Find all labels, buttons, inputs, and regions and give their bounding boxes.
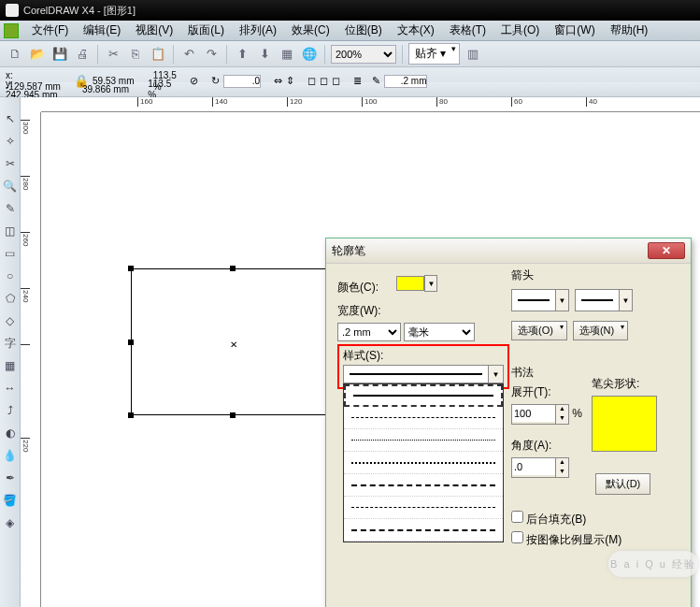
toolbox: ↖ ✧ ✂ 🔍 ✎ ◫ ▭ ○ ⬠ ◇ 字 ▦ ↔ ⤴ ◐ 💧 ✒ 🪣 ◈ [0, 97, 21, 607]
zoom-select[interactable]: 200% [331, 45, 396, 64]
print-icon[interactable]: 🖨 [73, 45, 92, 64]
ellipse-tool-icon[interactable]: ○ [3, 268, 18, 283]
menu-edit[interactable]: 编辑(E) [76, 22, 128, 38]
angle-label: 角度(A): [511, 438, 582, 454]
mirror-v-icon[interactable]: ⇕ [286, 75, 294, 87]
style-option-dash4[interactable] [344, 519, 503, 542]
default-button[interactable]: 默认(D) [595, 473, 650, 495]
arrow-option1-button[interactable]: 选项(O) [511, 321, 567, 340]
menu-arrange[interactable]: 排列(A) [232, 22, 284, 38]
stretch-label: 展开(T): [511, 384, 582, 400]
menu-layout[interactable]: 版面(L) [180, 22, 232, 38]
style-option-dot1[interactable] [344, 429, 503, 452]
chevron-down-icon: ▼ [488, 366, 503, 383]
connector-tool-icon[interactable]: ⤴ [3, 403, 18, 418]
cut-icon[interactable]: ✂ [104, 45, 122, 64]
shape-tool-icon[interactable]: ✧ [3, 134, 18, 149]
save-icon[interactable]: 💾 [50, 45, 69, 64]
menu-tools[interactable]: 工具(O) [493, 22, 547, 38]
open-icon[interactable]: 📂 [28, 45, 47, 64]
pick-tool-icon[interactable]: ↖ [3, 111, 18, 126]
corel-logo-icon [4, 23, 19, 38]
options-icon[interactable]: ▥ [464, 45, 482, 64]
app-logo-icon [6, 4, 19, 17]
mirror-h-icon[interactable]: ⇔ [274, 75, 282, 87]
arrow-option2-button[interactable]: 选项(N) [573, 321, 628, 340]
selected-rectangle[interactable]: ✕ [131, 268, 334, 415]
ruler-vertical: 300280260240220 [21, 112, 41, 607]
zoom-tool-icon[interactable]: 🔍 [3, 179, 18, 194]
stretch-input[interactable]: ▲▼ [511, 404, 569, 425]
copy-icon[interactable]: ⎘ [126, 45, 145, 64]
arrow-label: 箭头 [511, 267, 676, 283]
dim-h: 39.866 mm [82, 84, 129, 95]
arrow-end-select[interactable]: ▼ [575, 289, 633, 311]
corner-1[interactable]: ◻ [307, 75, 316, 87]
crop-tool-icon[interactable]: ✂ [3, 156, 18, 171]
basic-shapes-icon[interactable]: ◇ [3, 313, 18, 328]
table-tool-icon[interactable]: ▦ [3, 358, 18, 373]
arrow-start-select[interactable]: ▼ [511, 289, 569, 311]
paste-icon[interactable]: 📋 [149, 45, 167, 64]
smart-tool-icon[interactable]: ◫ [3, 224, 18, 238]
style-option-solid[interactable] [344, 384, 503, 407]
outline-tool-icon[interactable]: ✒ [3, 470, 18, 485]
angle-input[interactable]: ▲▼ [511, 457, 569, 478]
window-title: CorelDRAW X4 - [图形1] [23, 4, 136, 18]
style-option-dash2[interactable] [344, 474, 503, 497]
outline-width-input[interactable] [384, 75, 427, 88]
freehand-tool-icon[interactable]: ✎ [3, 201, 18, 216]
text-tool-icon[interactable]: 字 [3, 336, 18, 351]
effect-tool-icon[interactable]: ◐ [3, 426, 18, 441]
menu-table[interactable]: 表格(T) [442, 22, 493, 38]
watermark: B a i Q u 经验 [608, 551, 698, 577]
menu-bitmaps[interactable]: 位图(B) [337, 22, 390, 38]
dialog-titlebar[interactable]: 轮廓笔 ✕ [326, 238, 691, 264]
style-option-dot2[interactable] [344, 452, 503, 474]
eyedrop-tool-icon[interactable]: 💧 [3, 448, 18, 463]
import-icon[interactable]: ⬆ [233, 45, 251, 64]
chevron-down-icon: ▼ [424, 275, 437, 292]
dimension-tool-icon[interactable]: ↔ [3, 381, 18, 396]
corner-3[interactable]: ◻ [332, 75, 340, 87]
export-icon[interactable]: ⬇ [255, 45, 274, 64]
dialog-title: 轮廓笔 [332, 243, 365, 259]
width-select[interactable]: .2 mm [337, 323, 401, 341]
menu-help[interactable]: 帮助(H) [603, 22, 656, 38]
rectangle-tool-icon[interactable]: ▭ [3, 246, 18, 261]
calligraphy-label: 书法 [511, 365, 582, 381]
menu-effects[interactable]: 效果(C) [284, 22, 337, 38]
style-option-dash1[interactable] [344, 407, 503, 429]
style-dropdown-list [343, 383, 504, 542]
corner-2[interactable]: ◻ [320, 75, 328, 87]
rotation-input[interactable] [223, 75, 261, 88]
behind-fill-checkbox[interactable]: 后台填充(B) [511, 511, 621, 528]
web-icon[interactable]: 🌐 [300, 45, 319, 64]
menu-file[interactable]: 文件(F) [24, 22, 76, 38]
undo-icon[interactable]: ↶ [179, 45, 198, 64]
app-icon[interactable]: ▦ [278, 45, 296, 64]
nib-preview [592, 396, 657, 452]
fill-tool-icon[interactable]: 🪣 [3, 493, 18, 508]
color-label: 颜色(C): [337, 280, 393, 296]
new-icon[interactable]: 🗋 [6, 45, 24, 64]
style-option-dash3[interactable] [344, 497, 503, 519]
menu-view[interactable]: 视图(V) [128, 22, 180, 38]
snap-dropdown[interactable]: 贴齐 ▾ [408, 43, 460, 65]
close-button[interactable]: ✕ [648, 242, 685, 259]
menu-text[interactable]: 文本(X) [390, 22, 442, 38]
interactive-fill-icon[interactable]: ◈ [3, 515, 18, 530]
nib-label: 笔尖形状: [592, 376, 657, 392]
no-scale-icon[interactable]: ⊘ [190, 75, 198, 87]
window-titlebar: CorelDRAW X4 - [图形1] [0, 0, 700, 21]
style-select[interactable]: ▼ [343, 365, 504, 383]
menu-window[interactable]: 窗口(W) [547, 22, 602, 38]
color-picker[interactable]: ▼ [396, 275, 437, 292]
unit-select[interactable]: 毫米 [404, 323, 475, 341]
ruler-horizontal: 160140120100806040 [41, 97, 700, 112]
wrap-icon[interactable]: ≣ [353, 75, 362, 87]
scale-with-image-checkbox[interactable]: 按图像比例显示(M) [511, 531, 621, 548]
menubar: 文件(F) 编辑(E) 视图(V) 版面(L) 排列(A) 效果(C) 位图(B… [0, 21, 700, 41]
redo-icon[interactable]: ↷ [202, 45, 221, 64]
polygon-tool-icon[interactable]: ⬠ [3, 291, 18, 306]
